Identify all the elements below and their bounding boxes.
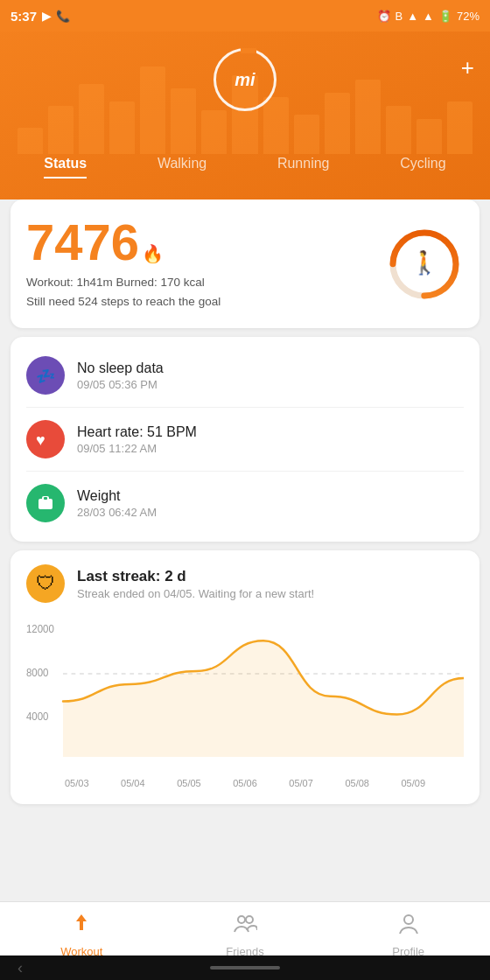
nav-tab-running[interactable]: Running [277, 156, 330, 178]
bottom-nav-item-friends[interactable]: Friends [164, 911, 327, 958]
heart-icon: ♥ [26, 420, 65, 458]
bottom-nav-item-profile[interactable]: Profile [326, 911, 490, 958]
nav-tab-status[interactable]: Status [44, 156, 87, 178]
status-bar-right: ⏰ B ▲ ▲ 🔋 72% [377, 10, 480, 23]
shield-icon: 🛡 [36, 572, 55, 595]
bluetooth-icon: B [396, 10, 403, 23]
location-icon: ▶ [42, 10, 51, 23]
bg-bar [79, 84, 104, 154]
svg-rect-7 [44, 497, 47, 500]
chart-x-label: 05/08 [345, 778, 369, 788]
bg-bar [48, 106, 74, 154]
data-items-card: 💤No sleep data09/05 05:36 PM♥Heart rate:… [10, 337, 480, 542]
chart-x-label: 05/03 [65, 778, 89, 788]
streak-card: 🛡 Last streak: 2 d Streak ended on 04/05… [10, 550, 480, 804]
sleep-text: No sleep data09/05 05:36 PM [77, 360, 164, 391]
svg-text:12000: 12000 [26, 623, 54, 634]
steps-left: 7476 🔥 Workout: 1h41m Burned: 170 kcal S… [26, 217, 220, 311]
signal-icon: ▲ [423, 10, 434, 23]
svg-point-12 [238, 916, 245, 923]
bg-bar [294, 115, 319, 154]
steps-card: 7476 🔥 Workout: 1h41m Burned: 170 kcal S… [10, 200, 480, 328]
status-time: 5:37 [10, 9, 37, 24]
back-chevron-icon[interactable]: ‹ [18, 959, 23, 977]
bg-bar [447, 102, 472, 154]
heart-time: 09/05 11:22 AM [77, 442, 197, 455]
android-nav-bar: ‹ [0, 956, 490, 980]
streak-info: Last streak: 2 d Streak ended on 04/05. … [77, 568, 314, 600]
weight-text: Weight28/03 06:42 AM [77, 488, 157, 519]
bg-bar [325, 93, 350, 154]
data-item-weight[interactable]: Weight28/03 06:42 AM [26, 472, 464, 535]
chart-x-label: 05/05 [177, 778, 201, 788]
home-pill [210, 966, 280, 970]
battery-icon: 🔋 [438, 10, 452, 23]
bg-bar [386, 106, 411, 154]
streak-icon: 🛡 [26, 564, 65, 603]
add-button[interactable]: + [461, 54, 474, 81]
bg-bar [355, 80, 381, 154]
heart-text: Heart rate: 51 BPM09/05 11:22 AM [77, 424, 197, 455]
svg-text:8000: 8000 [26, 667, 49, 678]
steps-count: 7476 🔥 [26, 217, 220, 268]
wifi-icon: ▲ [407, 10, 418, 23]
svg-text:♥: ♥ [36, 431, 46, 449]
bg-bar [416, 119, 442, 154]
steps-workout-line: Workout: 1h41m Burned: 170 kcal Still ne… [26, 273, 220, 311]
chart-x-label: 05/04 [121, 778, 145, 788]
mi-logo-wrap: mi [214, 48, 276, 111]
streak-header: 🛡 Last streak: 2 d Streak ended on 04/05… [26, 564, 464, 603]
chart-x-label: 05/06 [233, 778, 257, 788]
heart-title: Heart rate: 51 BPM [77, 424, 197, 440]
profile-nav-icon [396, 911, 421, 942]
phone-icon: 📞 [56, 10, 70, 23]
svg-text:🚶: 🚶 [410, 248, 439, 276]
svg-text:4000: 4000 [26, 710, 49, 722]
bg-bar [18, 128, 43, 154]
bottom-nav-item-workout[interactable]: Workout [0, 911, 164, 958]
chart-x-label: 05/09 [401, 778, 425, 788]
friends-nav-icon [233, 911, 257, 942]
status-bar-left: 5:37 ▶ 📞 [10, 9, 70, 24]
steps-ring-chart: 🚶 [385, 225, 464, 304]
bg-bar [201, 110, 227, 154]
weight-title: Weight [77, 488, 157, 504]
data-item-heart[interactable]: ♥Heart rate: 51 BPM09/05 11:22 AM [26, 408, 464, 472]
streak-subtitle: Streak ended on 04/05. Waiting for a new… [77, 587, 314, 600]
mi-logo-circle: mi [214, 48, 276, 111]
sleep-time: 09/05 05:36 PM [77, 378, 164, 391]
bg-bar [140, 66, 165, 154]
nav-tabs: StatusWalkingRunningCycling [0, 156, 490, 178]
streak-title: Last streak: 2 d [77, 568, 314, 585]
battery-percent: 72% [457, 10, 480, 23]
bg-bar [109, 102, 135, 154]
main-content: 7476 🔥 Workout: 1h41m Burned: 170 kcal S… [0, 200, 490, 901]
sleep-icon: 💤 [26, 356, 65, 395]
mi-logo-text: mi [234, 70, 255, 90]
chart-x-labels: 05/0305/0405/0505/0605/0705/0805/09 [26, 774, 464, 788]
svg-point-13 [246, 916, 253, 923]
svg-point-14 [404, 915, 413, 924]
data-item-sleep[interactable]: 💤No sleep data09/05 05:36 PM [26, 344, 464, 408]
sleep-title: No sleep data [77, 360, 164, 376]
status-bar: 5:37 ▶ 📞 ⏰ B ▲ ▲ 🔋 72% [0, 0, 490, 32]
bg-bar [171, 88, 196, 154]
alarm-icon: ⏰ [377, 10, 391, 23]
flame-icon: 🔥 [142, 245, 164, 262]
weight-time: 28/03 06:42 AM [77, 506, 157, 519]
nav-tab-walking[interactable]: Walking [158, 156, 206, 178]
weight-icon [26, 484, 65, 522]
svg-text:💤: 💤 [36, 367, 55, 385]
streak-chart: 12000 8000 4000 [26, 617, 464, 774]
nav-tab-cycling[interactable]: Cycling [400, 156, 445, 178]
chart-x-label: 05/07 [289, 778, 313, 788]
workout-nav-icon [69, 911, 94, 942]
